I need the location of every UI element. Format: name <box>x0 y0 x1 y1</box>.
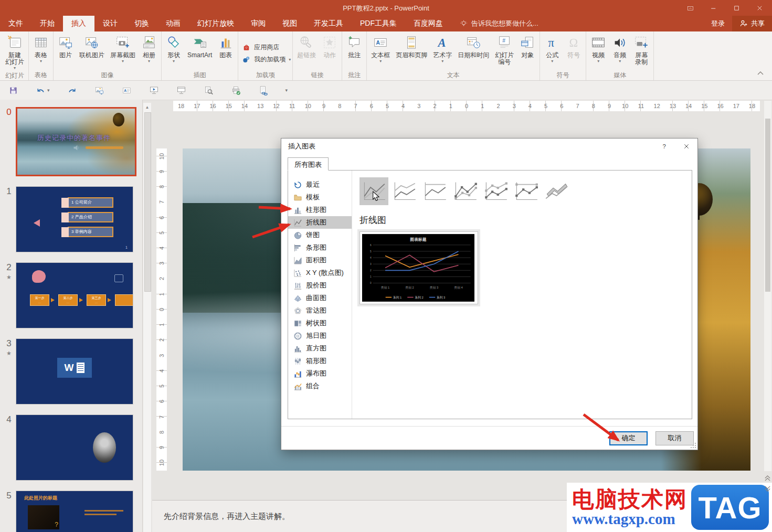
chart-type-combo[interactable]: 组合 <box>288 380 352 392</box>
cancel-button[interactable]: 取消 <box>655 431 694 445</box>
ribbon-button[interactable]: 表格▾ <box>30 34 51 65</box>
tab-审阅[interactable]: 审阅 <box>242 16 274 31</box>
tab-文件[interactable]: 文件 <box>0 16 31 31</box>
slide-thumbnail-4[interactable]: 4 <box>2 414 142 481</box>
close-button[interactable] <box>748 0 771 16</box>
slideshow-button[interactable] <box>176 86 186 95</box>
tab-PDF工具集[interactable]: PDF工具集 <box>352 16 405 31</box>
ribbon-button[interactable]: 屏幕 录制 <box>631 34 652 67</box>
tab-all-charts[interactable]: 所有图表 <box>288 157 329 171</box>
ribbon-button[interactable]: SmartArt <box>185 34 215 60</box>
tab-幻灯片放映[interactable]: 幻灯片放映 <box>189 16 242 31</box>
chart-preview-tile[interactable]: 图表标题0123456类别 1类别 2类别 3类别 4系列 1系列 2系列 3 <box>359 231 478 304</box>
tab-百度网盘[interactable]: 百度网盘 <box>405 16 451 31</box>
chart-type-waterfall[interactable]: 瀑布图 <box>288 367 352 380</box>
chart-type-area[interactable]: 面积图 <box>288 254 352 267</box>
chart-type-pie[interactable]: 饼图 <box>288 229 352 241</box>
insert-picture-button[interactable] <box>94 86 104 95</box>
chart-type-templates[interactable]: 模板 <box>288 191 352 204</box>
ribbon-display-options-icon[interactable] <box>679 0 702 16</box>
dialog-help-icon[interactable]: ? <box>653 139 675 154</box>
scrollbar-thumb[interactable] <box>765 119 770 292</box>
next-slide-button[interactable] <box>765 485 770 492</box>
redo-button[interactable] <box>67 86 77 95</box>
slide-thumbnail-0[interactable]: 0历史记录中的著名事件 <box>2 107 142 176</box>
ruler-mark: 15 <box>221 101 237 111</box>
maximize-button[interactable] <box>725 0 748 16</box>
tell-me-box[interactable]: 告诉我您想要做什么... <box>460 16 538 31</box>
undo-button[interactable]: ▾ <box>36 86 50 95</box>
minimize-button[interactable] <box>702 0 725 16</box>
tab-插入[interactable]: 插入 <box>63 16 94 31</box>
share-button[interactable]: 共享 <box>732 16 772 31</box>
chart-type-boxwhisker[interactable]: 箱形图 <box>288 355 352 367</box>
ribbon-button[interactable]: 形状▾ <box>163 34 184 65</box>
subtype-stacked-line-with-markers[interactable] <box>481 177 510 205</box>
chart-type-surface[interactable]: 曲面图 <box>288 292 352 304</box>
chart-type-line[interactable]: 折线图 <box>288 216 352 229</box>
quick-print-button[interactable] <box>231 86 241 95</box>
subtype-line[interactable] <box>359 177 388 205</box>
chart-type-radar[interactable]: 雷达图 <box>288 304 352 317</box>
ribbon-button[interactable]: 屏幕截图▾ <box>108 34 138 65</box>
tab-开始[interactable]: 开始 <box>31 16 63 31</box>
print-preview-button[interactable] <box>204 86 214 95</box>
ribbon-button[interactable]: A文本框▾ <box>368 34 393 65</box>
ribbon-button[interactable]: 新建 幻灯片▾ <box>3 34 27 71</box>
ruler-mark: 7 <box>569 101 585 111</box>
ribbon-button[interactable]: 相册▾ <box>139 34 160 65</box>
subtype-three-d-line[interactable] <box>542 177 571 205</box>
ribbon-button[interactable]: π公式▾ <box>542 34 563 65</box>
chart-type-column[interactable]: 柱形图 <box>288 204 352 216</box>
save-button[interactable] <box>8 86 18 95</box>
chart-type-stock[interactable]: 股价图 <box>288 279 352 292</box>
scroll-up-icon[interactable]: ▲ <box>143 103 151 111</box>
subtype-hundred-stacked-line[interactable] <box>420 177 449 205</box>
slide-thumbnail-5[interactable]: 5此处照片的标题? <box>2 491 142 532</box>
chart-subtype-row <box>353 171 692 205</box>
chart-type-sunburst[interactable]: 旭日图 <box>288 329 352 342</box>
slide-thumbnail-1[interactable]: 11 公司简介2 产品介绍3 举例内容1 <box>2 186 142 252</box>
sign-in-link[interactable]: 登录 <box>704 19 732 28</box>
ribbon-button[interactable]: 批注 <box>344 34 365 60</box>
qat-customize-icon[interactable]: ▾ <box>285 88 288 93</box>
ribbon-button[interactable]: 应用商店 <box>242 43 279 52</box>
dialog-close-icon[interactable] <box>675 139 697 154</box>
svg-text:4: 4 <box>370 257 372 259</box>
ribbon-button[interactable]: 我的加载项▾ <box>242 55 291 64</box>
tab-动画[interactable]: 动画 <box>157 16 189 31</box>
ribbon-button[interactable]: 图片 <box>55 34 76 60</box>
ribbon-button[interactable]: 视频▾ <box>588 34 609 65</box>
slide-thumbnail-3[interactable]: 3★W <box>2 338 142 405</box>
ribbon-button[interactable]: A艺术字▾ <box>430 34 454 65</box>
chart-type-recent[interactable]: 最近 <box>288 178 352 191</box>
vertical-scrollbar[interactable] <box>764 101 771 471</box>
previous-slide-button[interactable] <box>765 475 770 482</box>
chart-type-bar[interactable]: 条形图 <box>288 241 352 254</box>
tab-切换[interactable]: 切换 <box>126 16 157 31</box>
chart-type-histogram[interactable]: 直方图 <box>288 342 352 355</box>
ok-button[interactable]: 确定 <box>609 431 648 445</box>
collapse-ribbon-icon[interactable] <box>756 70 765 77</box>
ribbon-button[interactable]: #幻灯片 编号 <box>492 34 516 67</box>
subtype-hundred-stacked-line-with-markers[interactable] <box>512 177 541 205</box>
chart-type-treemap[interactable]: 树状图 <box>288 317 352 329</box>
tab-视图[interactable]: 视图 <box>274 16 305 31</box>
ribbon-button[interactable]: 页眉和页脚 <box>393 34 430 60</box>
document-link-button[interactable] <box>258 86 268 95</box>
slide-thumbnail-2[interactable]: 2★第一步…第二步…第三步… <box>2 262 142 328</box>
ribbon-button[interactable]: 日期和时间 <box>455 34 492 60</box>
ribbon-button[interactable]: 图表 <box>215 34 236 60</box>
ribbon-button[interactable]: 对象 <box>517 34 538 60</box>
ribbon-button[interactable]: 联机图片 <box>77 34 107 60</box>
tab-设计[interactable]: 设计 <box>94 16 126 31</box>
ribbon-button[interactable]: 音频▾ <box>609 34 630 65</box>
scrollbar-thumb[interactable] <box>144 112 151 292</box>
chart-type-scatter[interactable]: X Y (散点图) <box>288 267 352 279</box>
tab-开发工具[interactable]: 开发工具 <box>305 16 352 31</box>
slideshow-from-start-button[interactable] <box>149 86 159 95</box>
insert-textbox-button[interactable]: A <box>122 86 132 95</box>
thumbnail-scrollbar[interactable]: ▲ <box>143 103 151 532</box>
subtype-stacked-line[interactable] <box>390 177 419 205</box>
subtype-line-with-markers[interactable] <box>451 177 480 205</box>
